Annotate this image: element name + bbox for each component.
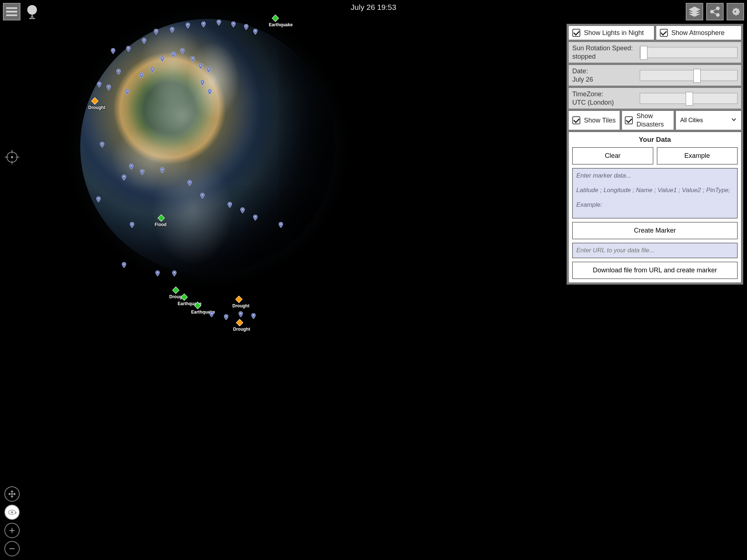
diamond-icon bbox=[181, 293, 188, 301]
city-pin[interactable] bbox=[155, 271, 160, 276]
disaster-pin[interactable] bbox=[237, 320, 242, 325]
slider-thumb[interactable] bbox=[686, 92, 693, 106]
crosshair-button[interactable] bbox=[4, 149, 20, 165]
city-pin[interactable] bbox=[251, 313, 256, 319]
svg-point-30 bbox=[189, 182, 190, 183]
disaster-pin[interactable] bbox=[236, 297, 241, 302]
city-pin[interactable] bbox=[252, 215, 258, 221]
city-pin[interactable] bbox=[240, 207, 245, 213]
slider-thumb[interactable] bbox=[693, 69, 701, 83]
lights-checkbox[interactable] bbox=[572, 29, 580, 37]
cloud-layer bbox=[80, 19, 336, 274]
city-pin[interactable] bbox=[153, 29, 159, 35]
disaster-label: Earthquake bbox=[269, 22, 293, 27]
city-pin[interactable] bbox=[278, 222, 284, 228]
disaster-label: Drought bbox=[233, 327, 250, 332]
example-button[interactable]: Example bbox=[657, 147, 738, 164]
city-pin[interactable] bbox=[121, 262, 127, 268]
disaster-pin[interactable] bbox=[159, 215, 164, 221]
city-pin[interactable] bbox=[139, 73, 144, 78]
city-pin[interactable] bbox=[243, 24, 249, 30]
city-pin[interactable] bbox=[141, 38, 147, 44]
disaster-pin[interactable] bbox=[273, 16, 278, 21]
city-pin[interactable] bbox=[238, 311, 244, 317]
city-pin[interactable] bbox=[116, 69, 121, 75]
city-pin[interactable] bbox=[125, 46, 131, 52]
svg-point-29 bbox=[162, 169, 163, 170]
city-pin[interactable] bbox=[179, 48, 185, 54]
city-pin[interactable] bbox=[159, 56, 165, 62]
download-create-button[interactable]: Download file from URL and create marker bbox=[572, 262, 738, 279]
city-pin[interactable] bbox=[227, 202, 233, 208]
city-pin[interactable] bbox=[96, 82, 102, 88]
data-url-input[interactable] bbox=[572, 243, 738, 258]
city-pin[interactable] bbox=[139, 169, 145, 175]
city-pin[interactable] bbox=[124, 89, 130, 95]
city-pin[interactable] bbox=[190, 56, 196, 62]
earth-globe[interactable] bbox=[80, 19, 336, 274]
create-marker-button[interactable]: Create Marker bbox=[572, 222, 738, 239]
svg-point-37 bbox=[280, 223, 282, 225]
timezone-slider[interactable] bbox=[640, 93, 738, 104]
svg-point-57 bbox=[11, 156, 13, 158]
city-pin[interactable] bbox=[207, 89, 213, 95]
svg-point-22 bbox=[208, 69, 209, 70]
zoom-out-button[interactable] bbox=[4, 541, 20, 556]
atmosphere-checkbox[interactable] bbox=[660, 29, 668, 37]
svg-point-39 bbox=[157, 272, 158, 273]
city-pin[interactable] bbox=[252, 29, 258, 35]
svg-point-7 bbox=[218, 21, 220, 23]
city-pin[interactable] bbox=[200, 193, 205, 199]
toggle-disasters-row: Show Disasters bbox=[622, 110, 674, 130]
svg-point-34 bbox=[229, 203, 231, 205]
disaster-pin[interactable] bbox=[195, 303, 200, 308]
disaster-pin[interactable] bbox=[92, 98, 97, 104]
disaster-pin[interactable] bbox=[182, 295, 187, 300]
city-pin[interactable] bbox=[159, 167, 165, 173]
marker-data-textarea[interactable]: Enter marker data... Latitude ; Longitud… bbox=[572, 168, 738, 218]
sun-speed-row: Sun Rotation Speed: stopped bbox=[568, 42, 742, 63]
rotate-mode-button[interactable] bbox=[4, 505, 20, 520]
date-slider[interactable] bbox=[640, 70, 738, 81]
city-pin[interactable] bbox=[216, 20, 222, 26]
city-pin[interactable] bbox=[150, 67, 155, 73]
disasters-checkbox[interactable] bbox=[625, 116, 633, 124]
city-pin[interactable] bbox=[185, 23, 191, 28]
city-pin[interactable] bbox=[110, 48, 116, 54]
city-pin[interactable] bbox=[187, 180, 193, 186]
tiles-checkbox[interactable] bbox=[572, 116, 580, 124]
city-pin[interactable] bbox=[171, 271, 177, 276]
city-pin[interactable] bbox=[201, 22, 206, 27]
disaster-pin[interactable] bbox=[173, 288, 178, 293]
city-pin[interactable] bbox=[99, 142, 105, 148]
city-pin[interactable] bbox=[128, 164, 134, 170]
city-pin[interactable] bbox=[223, 314, 229, 320]
clear-button[interactable]: Clear bbox=[572, 147, 653, 164]
svg-point-51 bbox=[716, 7, 719, 10]
city-pin[interactable] bbox=[206, 67, 212, 73]
menu-button[interactable] bbox=[3, 3, 20, 20]
city-pin[interactable] bbox=[169, 27, 175, 33]
toggle-tiles-row: Show Tiles bbox=[568, 110, 620, 130]
zoom-in-button[interactable] bbox=[4, 523, 20, 538]
globe-mode-button[interactable] bbox=[23, 3, 41, 20]
settings-button[interactable] bbox=[727, 3, 744, 20]
layers-button[interactable] bbox=[686, 3, 703, 20]
disaster-label: Flood bbox=[155, 222, 167, 227]
city-pin[interactable] bbox=[96, 197, 101, 202]
share-button[interactable] bbox=[706, 3, 724, 20]
city-pin[interactable] bbox=[129, 222, 135, 228]
clock-display: July 26 19:53 bbox=[351, 3, 396, 12]
city-pin[interactable] bbox=[209, 311, 214, 317]
city-pin[interactable] bbox=[170, 52, 176, 58]
city-pin[interactable] bbox=[121, 175, 127, 180]
sun-speed-slider[interactable] bbox=[640, 47, 738, 58]
diamond-icon bbox=[236, 319, 243, 326]
slider-thumb[interactable] bbox=[640, 46, 647, 60]
city-pin[interactable] bbox=[200, 80, 205, 86]
cities-select[interactable]: All Cities bbox=[676, 110, 742, 130]
city-pin[interactable] bbox=[106, 85, 112, 90]
pan-mode-button[interactable] bbox=[4, 486, 20, 502]
city-pin[interactable] bbox=[198, 63, 204, 69]
city-pin[interactable] bbox=[231, 22, 236, 27]
